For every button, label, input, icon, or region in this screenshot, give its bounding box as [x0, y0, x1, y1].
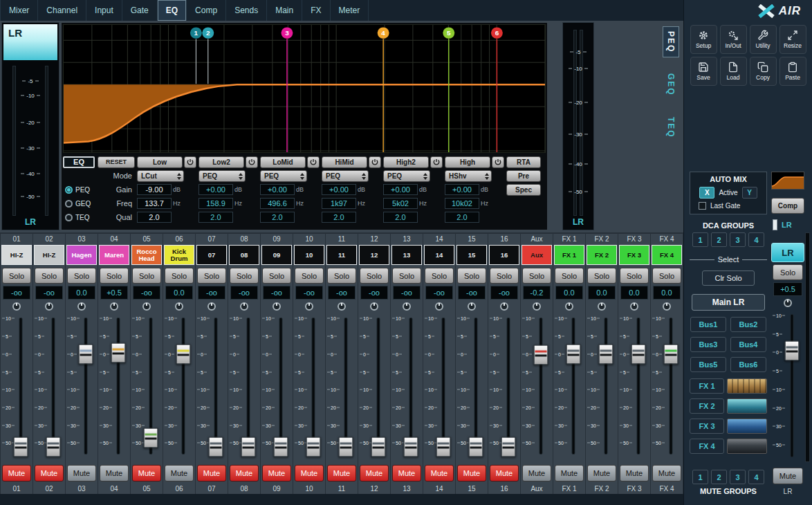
- dca-group-2-button[interactable]: 2: [711, 232, 727, 247]
- band-low-gain-field[interactable]: -9.00: [137, 184, 172, 195]
- pan-knob[interactable]: [326, 301, 358, 312]
- mute-button[interactable]: Mute: [67, 465, 96, 481]
- eq-graph[interactable]: 123456: [63, 24, 546, 153]
- fader-cap[interactable]: [403, 437, 418, 457]
- pan-knob[interactable]: [196, 301, 228, 312]
- resize-button[interactable]: Resize: [779, 25, 806, 54]
- scribble-strip[interactable]: FX 1: [554, 245, 584, 265]
- band-low-qual-field[interactable]: 2.0: [137, 212, 172, 223]
- solo-button[interactable]: Solo: [587, 268, 616, 284]
- pan-knob[interactable]: [391, 301, 423, 312]
- fader-cap[interactable]: [533, 345, 548, 365]
- fader-cap[interactable]: [143, 428, 158, 448]
- dca-group-4-button[interactable]: 4: [748, 232, 764, 247]
- scribble-strip[interactable]: Maren: [99, 245, 129, 265]
- fader-cap[interactable]: [468, 437, 483, 457]
- fader-cap[interactable]: [598, 344, 613, 364]
- fx-send-fx-2-button[interactable]: FX 2: [690, 398, 724, 414]
- lr-solo-button[interactable]: Solo: [773, 264, 803, 280]
- solo-button[interactable]: Solo: [555, 268, 584, 284]
- mute-button[interactable]: Mute: [620, 465, 649, 481]
- pan-knob[interactable]: [586, 301, 618, 312]
- band-himid-power-button[interactable]: [369, 156, 381, 168]
- solo-button[interactable]: Solo: [392, 268, 421, 284]
- scribble-strip[interactable]: HI-Z: [34, 245, 64, 265]
- tab-channel[interactable]: Channel: [38, 0, 86, 21]
- band-low-freq-field[interactable]: 133.7: [137, 198, 172, 209]
- solo-button[interactable]: Solo: [230, 268, 259, 284]
- tab-sends[interactable]: Sends: [226, 0, 267, 21]
- solo-button[interactable]: Solo: [100, 268, 129, 284]
- fader-cap[interactable]: [111, 342, 125, 362]
- mute-group-4-button[interactable]: 4: [748, 470, 764, 484]
- tab-eq[interactable]: EQ: [158, 0, 187, 21]
- tab-fx[interactable]: FX: [302, 0, 330, 21]
- solo-button[interactable]: Solo: [522, 268, 551, 284]
- bus-send-bus5-button[interactable]: Bus5: [690, 357, 726, 372]
- mute-group-1-button[interactable]: 1: [692, 470, 708, 484]
- band-low2-power-button[interactable]: [246, 156, 258, 168]
- lr-comp-button[interactable]: Comp: [771, 198, 804, 214]
- pan-knob[interactable]: [131, 301, 163, 312]
- pan-knob[interactable]: [618, 301, 650, 312]
- mute-button[interactable]: Mute: [457, 465, 486, 481]
- save-button[interactable]: Save: [690, 57, 717, 86]
- scribble-strip[interactable]: HI-Z: [1, 245, 32, 265]
- reset-button[interactable]: RESET: [98, 156, 135, 168]
- pan-knob[interactable]: [488, 301, 520, 312]
- fader-cap[interactable]: [501, 437, 515, 457]
- band-lomid-button[interactable]: LoMid: [260, 156, 306, 168]
- utility-button[interactable]: Utility: [750, 25, 777, 54]
- band-low2-mode-select[interactable]: PEQ: [199, 170, 246, 182]
- solo-button[interactable]: Solo: [652, 268, 681, 284]
- fader-cap[interactable]: [78, 344, 93, 364]
- solo-button[interactable]: Solo: [295, 268, 324, 284]
- scribble-strip[interactable]: 16: [489, 245, 519, 265]
- in-out-button[interactable]: In/Out: [720, 25, 747, 54]
- pan-knob[interactable]: [98, 301, 130, 312]
- fader-cap[interactable]: [436, 437, 450, 457]
- bus-send-bus2-button[interactable]: Bus2: [730, 317, 766, 332]
- fader-cap[interactable]: [176, 344, 190, 364]
- fader-cap[interactable]: [13, 437, 28, 457]
- eq-type-peq-radio[interactable]: PEQ: [63, 186, 98, 194]
- solo-button[interactable]: Solo: [35, 268, 64, 284]
- fader-cap[interactable]: [273, 437, 288, 457]
- solo-button[interactable]: Solo: [425, 268, 454, 284]
- fx-send-fx-3-button[interactable]: FX 3: [690, 419, 724, 434]
- scribble-strip[interactable]: Rocco Head: [131, 245, 162, 265]
- lr-pan-knob[interactable]: [771, 297, 804, 309]
- solo-button[interactable]: Solo: [457, 268, 486, 284]
- spec-button[interactable]: Spec: [506, 184, 541, 196]
- bus-send-bus6-button[interactable]: Bus6: [730, 357, 766, 372]
- mute-button[interactable]: Mute: [652, 465, 681, 481]
- bus-send-bus3-button[interactable]: Bus3: [690, 337, 726, 352]
- scribble-strip[interactable]: FX 4: [652, 245, 682, 265]
- band-lomid-mode-select[interactable]: PEQ: [260, 170, 307, 182]
- band-himid-gain-field[interactable]: +0.00: [322, 184, 356, 195]
- pan-knob[interactable]: [33, 301, 65, 312]
- band-low-mode-select[interactable]: LCut: [137, 170, 184, 182]
- copy-button[interactable]: Copy: [750, 57, 777, 86]
- band-high-power-button[interactable]: [492, 156, 504, 168]
- mute-button[interactable]: Mute: [522, 465, 551, 481]
- solo-button[interactable]: Solo: [490, 268, 519, 284]
- band-lomid-qual-field[interactable]: 2.0: [260, 212, 295, 223]
- lr-select-button[interactable]: LR: [771, 243, 804, 262]
- band-himid-qual-field[interactable]: 2.0: [322, 212, 356, 223]
- load-button[interactable]: Load: [720, 57, 747, 86]
- mute-button[interactable]: Mute: [327, 465, 356, 481]
- scribble-strip[interactable]: Aux: [522, 245, 552, 265]
- fader-cap[interactable]: [338, 437, 353, 457]
- fader-cap[interactable]: [631, 344, 645, 364]
- mute-button[interactable]: Mute: [392, 465, 421, 481]
- mute-button[interactable]: Mute: [295, 465, 324, 481]
- side-tab-geq[interactable]: GEQ: [663, 68, 679, 101]
- scribble-strip[interactable]: 11: [326, 245, 357, 265]
- mute-button[interactable]: Mute: [132, 465, 161, 481]
- fader-cap[interactable]: [663, 344, 678, 364]
- pan-knob[interactable]: [293, 301, 325, 312]
- tab-gate[interactable]: Gate: [122, 0, 158, 21]
- pan-knob[interactable]: [423, 301, 455, 312]
- fx-send-fx-4-button[interactable]: FX 4: [690, 439, 724, 454]
